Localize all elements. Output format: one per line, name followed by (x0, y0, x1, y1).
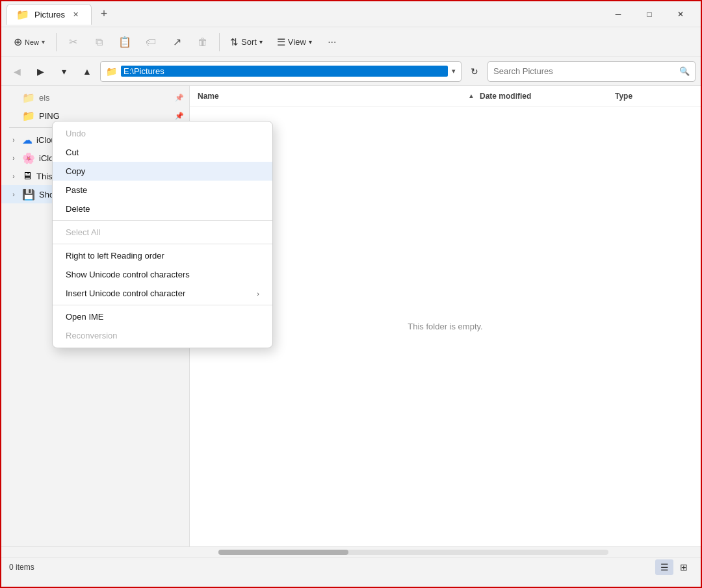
context-menu-paste[interactable]: Paste (53, 181, 272, 199)
tab-title: Pictures (34, 10, 65, 19)
view-chevron-icon: ▾ (309, 38, 312, 45)
sidebar-chevron-icon: › (9, 155, 18, 162)
show-unicode-label: Show Unicode control characters (66, 270, 190, 279)
sort-chevron-icon: ▾ (259, 38, 263, 45)
context-menu-open-ime[interactable]: Open IME (53, 307, 272, 326)
context-menu-separator-1 (53, 220, 272, 221)
share-button[interactable]: ↗ (164, 30, 189, 55)
context-menu-reconversion[interactable]: Reconversion (53, 326, 272, 345)
address-chevron-icon: ▾ (452, 67, 456, 75)
sort-button[interactable]: ⇅ Sort ▾ (224, 29, 269, 55)
context-menu-select-all[interactable]: Select All (53, 223, 272, 242)
pin-icon: 📌 (175, 112, 184, 120)
active-tab[interactable]: 📁 Pictures ✕ (6, 4, 92, 25)
icloud-drive-icon: ☁ (22, 134, 32, 146)
icloud-photos-icon: 🌸 (22, 152, 35, 164)
sort-icon: ⇅ (230, 36, 239, 48)
paste-button[interactable]: 📋 (112, 30, 137, 55)
empty-folder-message: This folder is empty. (408, 322, 482, 331)
delete-label: Delete (66, 204, 90, 214)
copy-button[interactable]: ⧉ (86, 30, 111, 55)
context-menu-cut[interactable]: Cut (53, 143, 272, 162)
search-input[interactable] (493, 66, 675, 76)
sidebar-item-els[interactable]: 📁 els 📌 (1, 88, 189, 107)
address-folder-icon: 📁 (106, 66, 117, 77)
recent-locations-button[interactable]: ▾ (53, 61, 74, 82)
view-toggle-buttons: ☰ ⊞ (655, 559, 693, 575)
sidebar-chevron-icon: › (9, 191, 18, 198)
window-controls: ─ □ ✕ (603, 5, 696, 24)
content-header: Name ▲ Date modified Type (190, 86, 701, 107)
status-bar: 0 items ☰ ⊞ (1, 557, 701, 576)
delete-button[interactable]: 🗑 (190, 30, 215, 55)
new-icon: ⊕ (14, 36, 22, 48)
sidebar-item-label: PING (39, 111, 171, 121)
new-button[interactable]: ⊕ New ▾ (6, 29, 52, 55)
sidebar-item-label: els (39, 93, 171, 103)
search-icon: 🔍 (679, 66, 690, 76)
reconversion-label: Reconversion (66, 331, 118, 340)
cut-label: Cut (66, 147, 79, 157)
sidebar-chevron-icon: › (9, 136, 18, 144)
address-field[interactable]: 📁 E:\Pictures ▾ (100, 61, 462, 82)
horizontal-scrollbar-thumb[interactable] (218, 550, 348, 555)
refresh-button[interactable]: ↻ (464, 61, 485, 82)
list-view-button[interactable]: ☰ (655, 559, 673, 575)
title-bar-left: 📁 Pictures ✕ + (6, 4, 603, 25)
context-menu-insert-unicode[interactable]: Insert Unicode control character › (53, 284, 272, 303)
rename-button[interactable]: 🏷 (138, 30, 163, 55)
context-menu-undo[interactable]: Undo (53, 124, 272, 143)
sidebar-chevron-icon: › (9, 173, 18, 180)
context-menu-delete[interactable]: Delete (53, 199, 272, 218)
toolbar-separator-2 (219, 33, 220, 51)
address-bar: ◀ ▶ ▾ ▲ 📁 E:\Pictures ▾ ↻ 🔍 (1, 57, 701, 86)
new-label: New (25, 38, 39, 46)
column-name-header[interactable]: Name (198, 92, 463, 101)
minimize-button[interactable]: ─ (603, 5, 633, 24)
status-items-count: 0 items (9, 563, 34, 572)
address-path: E:\Pictures (121, 66, 448, 77)
context-menu-copy[interactable]: Copy (53, 162, 272, 181)
view-icon: ☰ (277, 36, 285, 48)
sort-up-icon: ▲ (468, 92, 474, 99)
add-tab-button[interactable]: + (94, 5, 114, 24)
maximize-button[interactable]: □ (634, 5, 664, 24)
context-menu-separator-2 (53, 244, 272, 244)
shots-drive-icon: 💾 (22, 188, 35, 201)
undo-label: Undo (66, 129, 86, 138)
submenu-arrow-icon: › (257, 290, 259, 298)
view-label: View (288, 37, 306, 47)
close-button[interactable]: ✕ (666, 5, 696, 24)
tab-close-button[interactable]: ✕ (70, 8, 82, 20)
up-button[interactable]: ▲ (77, 61, 98, 82)
toolbar-separator-1 (56, 33, 57, 51)
more-button[interactable]: ··· (320, 30, 344, 55)
select-all-label: Select All (66, 227, 100, 237)
copy-label: Copy (66, 166, 85, 176)
rtl-label: Right to left Reading order (66, 251, 164, 261)
context-menu-separator-3 (53, 305, 272, 305)
horizontal-scrollbar-track[interactable] (218, 550, 608, 555)
sort-label: Sort (241, 37, 257, 47)
pin-icon: 📌 (175, 94, 184, 102)
context-menu: Undo Cut Copy Paste Delete Select All Ri… (52, 121, 273, 348)
toolbar: ⊕ New ▾ ✂ ⧉ 📋 🏷 ↗ 🗑 ⇅ Sort ▾ ☰ View ▾ ··… (1, 27, 701, 57)
cut-button[interactable]: ✂ (60, 30, 85, 55)
column-type-header[interactable]: Type (615, 92, 693, 101)
this-pc-icon: 🖥 (22, 170, 32, 182)
search-bar[interactable]: 🔍 (488, 61, 696, 82)
grid-view-button[interactable]: ⊞ (675, 559, 693, 575)
context-menu-rtl[interactable]: Right to left Reading order (53, 246, 272, 265)
column-date-header[interactable]: Date modified (480, 92, 610, 101)
open-ime-label: Open IME (66, 312, 104, 322)
context-menu-show-unicode[interactable]: Show Unicode control characters (53, 265, 272, 284)
scrollbar-area (1, 546, 701, 557)
paste-label: Paste (66, 185, 87, 195)
back-button[interactable]: ◀ (6, 61, 27, 82)
insert-unicode-label: Insert Unicode control character (66, 288, 185, 298)
view-button[interactable]: ☰ View ▾ (270, 29, 318, 55)
tab-folder-icon: 📁 (16, 8, 29, 21)
forward-button[interactable]: ▶ (30, 61, 51, 82)
new-chevron-icon: ▾ (42, 38, 45, 45)
sidebar-folder-icon: 📁 (22, 110, 35, 122)
